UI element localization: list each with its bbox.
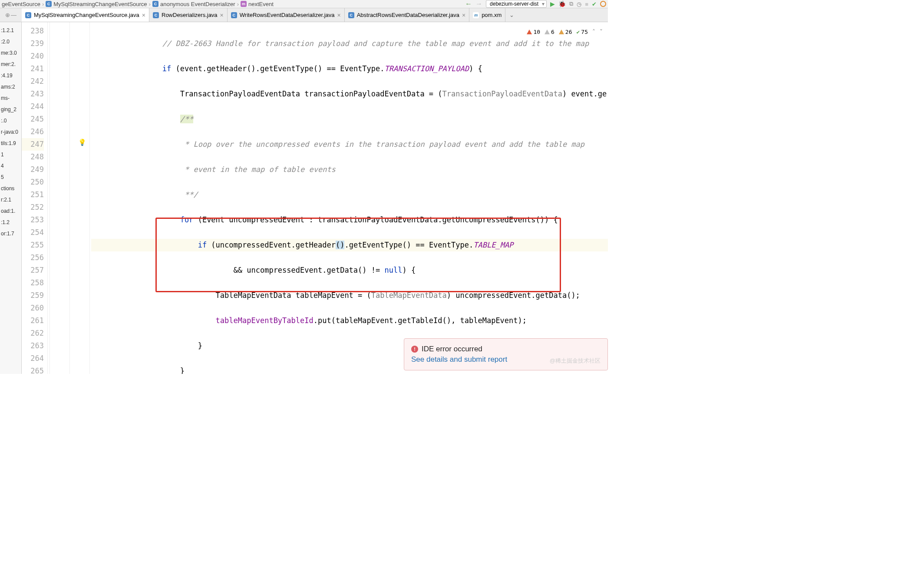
line-number[interactable]: 259	[22, 289, 44, 302]
select-opened-icon[interactable]: ⊕	[5, 12, 10, 18]
watermark-text: @稀土掘金技术社区	[550, 357, 601, 365]
project-tree-item[interactable]: r-java:0	[1, 126, 20, 138]
line-number[interactable]: 244	[22, 100, 44, 113]
run-config-selector[interactable]: debezium-server-dist ▾	[486, 0, 547, 8]
breadcrumb-item[interactable]: MySqlStreamingChangeEventSource	[53, 1, 147, 7]
run-icon[interactable]: ▶	[550, 0, 555, 7]
line-number[interactable]: 245	[22, 113, 44, 125]
weak-warning-badge[interactable]: 6	[544, 26, 554, 38]
editor-tab[interactable]: m pom.xm	[469, 8, 505, 22]
chevron-down-icon[interactable]: ˅	[600, 26, 603, 38]
warning-badge[interactable]: 26	[559, 26, 572, 38]
project-tree-item[interactable]: 4	[1, 160, 20, 172]
code-text: ) event.ge	[562, 89, 607, 98]
project-tree-item[interactable]: 5	[1, 172, 20, 183]
line-number-gutter[interactable]: 2382392402412422432442452462472482492502…	[22, 22, 48, 374]
line-number[interactable]: 261	[22, 314, 44, 327]
error-badge[interactable]: 10	[527, 26, 540, 38]
warning-icon	[559, 30, 564, 34]
editor-tab[interactable]: C WriteRowsEventDataDeserializer.java ×	[228, 8, 345, 22]
back-icon[interactable]: ←	[465, 0, 472, 8]
line-number[interactable]: 256	[22, 251, 44, 264]
forward-icon[interactable]: →	[475, 0, 482, 8]
stop-icon[interactable]: ■	[585, 1, 588, 7]
project-tree-item[interactable]: oad:1.	[1, 205, 20, 217]
line-number[interactable]: 262	[22, 327, 44, 340]
tab-overflow-button[interactable]: ⌄	[505, 8, 518, 22]
line-number[interactable]: 246	[22, 125, 44, 138]
error-notification[interactable]: ! IDE error occurred See details and sub…	[404, 338, 608, 370]
code-class: TableMapEventData	[371, 291, 447, 300]
debug-icon[interactable]: 🐞	[558, 0, 566, 7]
line-number[interactable]: 258	[22, 277, 44, 289]
project-tree-item[interactable]: ms-	[1, 92, 20, 104]
line-number[interactable]: 242	[22, 75, 44, 88]
project-tree-item[interactable]: or:1.7	[1, 228, 20, 239]
coverage-icon[interactable]: ⧉	[569, 0, 573, 7]
project-tree-item[interactable]: r:2.1	[1, 194, 20, 205]
project-tree[interactable]: :1.2.1:2.0me:3.0mer:2.:4.19ams:2ms-ging_…	[0, 22, 22, 374]
line-number[interactable]: 265	[22, 365, 44, 374]
line-number[interactable]: 248	[22, 151, 44, 163]
tab-label: WriteRowsEventDataDeserializer.java	[240, 12, 335, 18]
close-icon[interactable]: ×	[142, 12, 145, 19]
project-tree-item[interactable]: 1	[1, 149, 20, 160]
intention-bulb-icon[interactable]: 💡	[78, 139, 86, 146]
project-tree-item[interactable]: ctions	[1, 183, 20, 194]
line-number[interactable]: 243	[22, 88, 44, 100]
close-icon[interactable]: ×	[462, 12, 465, 19]
typo-icon: ✔	[577, 26, 580, 38]
close-icon[interactable]: ×	[220, 12, 224, 19]
project-tree-item[interactable]: me:3.0	[1, 47, 20, 59]
class-icon: C	[46, 1, 52, 7]
line-number[interactable]: 250	[22, 176, 44, 188]
line-number[interactable]: 264	[22, 352, 44, 365]
code-text: (event.getHeader().getEventType() == Eve…	[171, 64, 384, 73]
line-number[interactable]: 257	[22, 264, 44, 277]
code-doc: **/	[180, 190, 198, 199]
line-number[interactable]: 254	[22, 226, 44, 239]
close-icon[interactable]: ×	[337, 12, 340, 19]
code-area[interactable]: // DBZ-2663 Handle for transaction paylo…	[91, 22, 608, 374]
line-number[interactable]: 241	[22, 63, 44, 75]
line-number[interactable]: 238	[22, 25, 44, 37]
project-tree-item[interactable]: :4.19	[1, 70, 20, 81]
search-icon[interactable]	[600, 1, 606, 7]
line-number[interactable]: 260	[22, 302, 44, 314]
code-text: && uncompressedEvent.getData() !=	[234, 266, 385, 274]
project-tree-item[interactable]: tils:1.9	[1, 138, 20, 149]
profile-icon[interactable]: ◷	[577, 1, 581, 7]
typo-badge[interactable]: ✔75	[577, 26, 588, 38]
line-number[interactable]: 239	[22, 37, 44, 50]
editor-tab[interactable]: C RowDeserializers.java ×	[149, 8, 228, 22]
line-number[interactable]: 249	[22, 163, 44, 176]
fold-gutter[interactable]: 💡	[48, 22, 91, 374]
project-tree-item[interactable]: :1.2.1	[1, 25, 20, 36]
line-number[interactable]: 240	[22, 50, 44, 63]
run-config-label: debezium-server-dist	[490, 1, 538, 7]
project-tree-item[interactable]: :.0	[1, 115, 20, 126]
class-icon: C	[152, 1, 158, 7]
project-tree-item[interactable]: ams:2	[1, 81, 20, 92]
breadcrumb-item[interactable]: anonymous EventDeserializer	[160, 1, 235, 7]
project-tree-item[interactable]: mer:2.	[1, 59, 20, 70]
breadcrumb-item[interactable]: nextEvent	[248, 1, 274, 7]
line-number[interactable]: 251	[22, 188, 44, 201]
project-tree-item[interactable]: :1.2	[1, 217, 20, 228]
commit-icon[interactable]: ✔	[592, 1, 597, 7]
editor-tab[interactable]: C MySqlStreamingChangeEventSource.java ×	[22, 8, 149, 22]
line-number[interactable]: 253	[22, 214, 44, 226]
code-editor[interactable]: 2382392402412422432442452462472482492502…	[22, 22, 608, 374]
editor-tab[interactable]: C AbstractRowsEventDataDeserializer.java…	[345, 8, 469, 22]
project-tree-item[interactable]: :2.0	[1, 36, 20, 47]
breadcrumb-separator: ›	[42, 1, 44, 7]
line-number[interactable]: 247	[22, 138, 44, 151]
chevron-up-icon[interactable]: ˄	[592, 26, 595, 38]
collapse-icon[interactable]: —	[11, 12, 16, 18]
breadcrumb-item[interactable]: geEventSource	[2, 1, 40, 7]
problems-widget[interactable]: 10 6 26 ✔75 ˄ ˅	[525, 25, 604, 39]
line-number[interactable]: 255	[22, 239, 44, 251]
line-number[interactable]: 263	[22, 340, 44, 352]
project-tree-item[interactable]: ging_2	[1, 104, 20, 115]
line-number[interactable]: 252	[22, 201, 44, 214]
